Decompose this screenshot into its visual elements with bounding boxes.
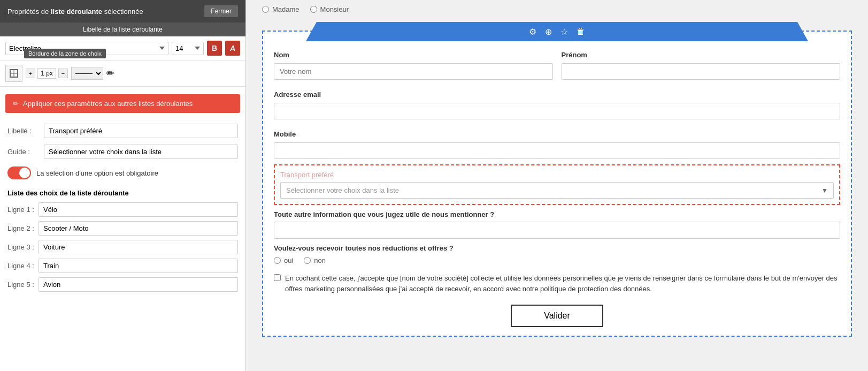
non-radio-label[interactable]: non: [304, 256, 326, 264]
guide-label: Guide :: [7, 148, 40, 156]
transport-dropdown[interactable]: Sélectionner votre choix dans la liste ▼: [280, 182, 834, 199]
nom-input[interactable]: [274, 63, 553, 80]
toolbar-strip: ⚙ ⊕ ☆ 🗑: [306, 22, 808, 41]
right-panel: Madame Monsieur ⚙ ⊕ ☆ 🗑 Nom Prénom: [246, 0, 868, 371]
line-label-3: Ligne 3 :: [7, 243, 34, 251]
prenom-field-group: Prénom: [562, 46, 841, 80]
oui-radio[interactable]: [274, 257, 281, 264]
border-controls: + −: [26, 68, 68, 79]
libelle-input[interactable]: [44, 124, 238, 138]
header-text: Propriétés de liste déroulante sélection…: [7, 7, 143, 16]
list-section-title: Liste des choix de la liste déroulante: [0, 184, 245, 200]
list-items: Ligne 1 :Ligne 2 :Ligne 3 :Ligne 4 :Lign…: [0, 200, 245, 294]
libelle-row: Libellé :: [0, 120, 245, 141]
line-input-1[interactable]: [39, 202, 238, 217]
line-label-1: Ligne 1 :: [7, 206, 34, 214]
pencil-icon[interactable]: ✏: [106, 67, 114, 79]
line-label-5: Ligne 5 :: [7, 281, 34, 289]
info-question: Toute autre information que vous jugez u…: [274, 210, 840, 218]
oui-radio-label[interactable]: oui: [274, 256, 293, 264]
non-radio[interactable]: [304, 257, 311, 264]
border-row: Bordure de la zone de choix + − ──── ✏: [0, 60, 245, 87]
panel-header: Propriétés de liste déroulante sélection…: [0, 0, 245, 22]
monsieur-radio[interactable]: [310, 6, 317, 13]
consent-text: En cochant cette case, j'accepte que [no…: [285, 273, 840, 294]
libelle-label: Libellé :: [7, 127, 40, 135]
border-icon[interactable]: [5, 65, 22, 82]
email-label: Adresse email: [274, 90, 840, 99]
form-container: ⚙ ⊕ ☆ 🗑 Nom Prénom Adresse email Mobile …: [262, 31, 852, 337]
close-button[interactable]: Fermer: [204, 5, 238, 17]
prenom-label: Prénom: [562, 51, 841, 59]
prenom-input[interactable]: [562, 63, 841, 80]
name-fields-row: Nom Prénom: [274, 46, 840, 80]
toggle-label: La séléction d'une option est obligatoir…: [36, 169, 158, 177]
offers-radio-row: oui non: [274, 256, 840, 264]
list-item-row: Ligne 5 :: [0, 275, 245, 294]
valider-row: Valider: [274, 305, 840, 327]
border-px-input[interactable]: [37, 68, 56, 79]
email-field-group: Adresse email: [274, 85, 840, 119]
copy-icon[interactable]: ⊕: [545, 27, 552, 37]
transport-placeholder: Sélectionner votre choix dans la liste: [286, 186, 399, 194]
line-label-2: Ligne 2 :: [7, 224, 34, 232]
border-increase-button[interactable]: +: [26, 69, 35, 78]
guide-input[interactable]: [44, 145, 238, 159]
line-input-2[interactable]: [39, 221, 238, 236]
monsieur-radio-label[interactable]: Monsieur: [310, 5, 349, 13]
consent-row: En cochant cette case, j'accepte que [no…: [274, 273, 840, 294]
consent-checkbox[interactable]: [274, 274, 281, 281]
line-style-select[interactable]: ────: [71, 67, 103, 80]
valider-button[interactable]: Valider: [511, 305, 603, 327]
guide-row: Guide :: [0, 141, 245, 162]
line-input-4[interactable]: [39, 259, 238, 273]
info-input[interactable]: [274, 222, 840, 239]
list-item-row: Ligne 3 :: [0, 238, 245, 256]
list-item-row: Ligne 4 :: [0, 256, 245, 275]
madame-radio[interactable]: [262, 6, 269, 13]
delete-icon[interactable]: 🗑: [577, 27, 585, 36]
nom-field-group: Nom: [274, 46, 553, 80]
offers-question: Voulez-vous recevoir toutes nos réductio…: [274, 244, 840, 252]
required-toggle[interactable]: [7, 166, 31, 179]
apply-button[interactable]: ✏ Appliquer ces paramètres aux autres li…: [5, 94, 240, 113]
pencil-apply-icon: ✏: [13, 100, 19, 108]
left-panel: Propriétés de liste déroulante sélection…: [0, 0, 246, 371]
email-input[interactable]: [274, 103, 840, 119]
line-label-4: Ligne 4 :: [7, 262, 34, 270]
dropdown-arrow-icon: ▼: [821, 187, 828, 194]
line-input-3[interactable]: [39, 240, 238, 254]
font-section-bar: Libellé de la liste déroulante: [0, 22, 245, 36]
color-button[interactable]: A: [225, 41, 240, 56]
mobile-input[interactable]: [274, 142, 840, 159]
transport-section: Transport préféré Sélectionner votre cho…: [274, 164, 840, 205]
nom-label: Nom: [274, 51, 553, 59]
list-item-row: Ligne 1 :: [0, 200, 245, 219]
line-input-5[interactable]: [39, 277, 238, 292]
list-item-row: Ligne 2 :: [0, 219, 245, 238]
madame-radio-label[interactable]: Madame: [262, 5, 299, 13]
bookmark-icon[interactable]: ☆: [560, 27, 568, 37]
size-select[interactable]: 14: [172, 42, 204, 55]
civility-radio-row: Madame Monsieur: [262, 5, 349, 13]
mobile-label: Mobile: [274, 130, 840, 138]
border-tooltip: Bordure de la zone de choix: [24, 49, 106, 58]
bold-button[interactable]: B: [207, 41, 222, 56]
toggle-row: La séléction d'une option est obligatoir…: [0, 162, 245, 184]
settings-icon[interactable]: ⚙: [529, 27, 536, 37]
transport-label: Transport préféré: [280, 171, 834, 179]
mobile-field-group: Mobile: [274, 125, 840, 159]
border-decrease-button[interactable]: −: [58, 69, 68, 78]
